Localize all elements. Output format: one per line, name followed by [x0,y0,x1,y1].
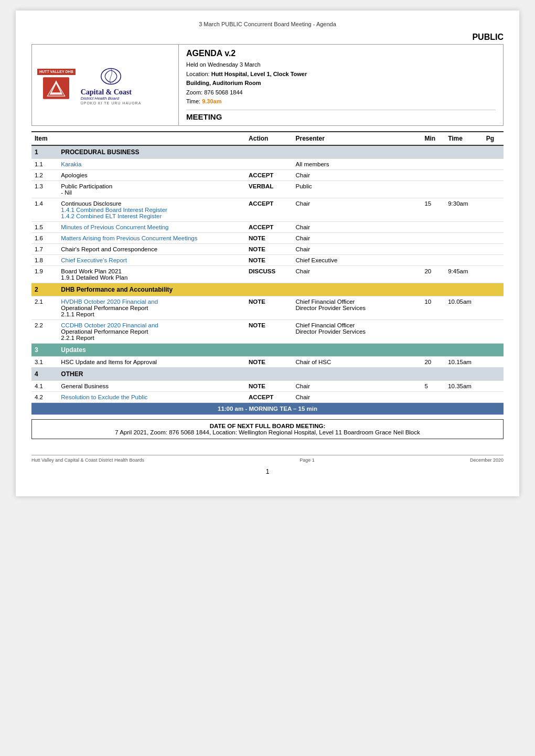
row-time [445,180,483,198]
capital-coast-logo: Capital & Coast District Health Board ŪP… [81,65,142,105]
footer-left: Hutt Valley and Capital & Coast District… [31,457,144,463]
row-min [421,232,445,243]
row-desc: HVDHB October 2020 Financial andOperatio… [58,296,245,320]
table-header-row: Item Action Presenter Min Time Pg [31,132,504,145]
row-time [445,254,483,265]
row-action: NOTE [245,380,292,391]
row-action: NOTE [245,254,292,265]
row-min: 20 [421,265,445,283]
table-row: 1.8 Chief Executive's Report NOTE Chief … [31,254,504,265]
row-desc-link[interactable]: HVDHB October 2020 Financial and [61,299,158,305]
row-desc-link[interactable]: Karakia [61,161,81,167]
col-header-item: Item [31,132,58,145]
row-desc-link[interactable]: CCDHB October 2020 Financial and [61,322,158,328]
row-item: 1.8 [31,254,58,265]
table-row: 2.2 CCDHB October 2020 Financial andOper… [31,320,504,343]
zoom: Zoom: 876 5068 1844 [186,88,496,98]
capital-coast-dhb: District Health Board [81,96,142,101]
section-label: PROCEDURAL BUSINESS [58,145,504,159]
row-time: 10.35am [445,380,483,391]
section-id: 2 [31,283,58,296]
row-presenter: Chair [292,243,421,254]
row-presenter: All members [292,158,421,169]
row-desc-link[interactable]: Resolution to Exclude the Public [61,394,147,400]
row-desc: Matters Arising from Previous Concurrent… [58,232,245,243]
row-action: NOTE [245,356,292,367]
location: Location: Hutt Hospital, Level 1, Clock … [186,70,496,79]
row-presenter: Chief Financial OfficerDirector Provider… [292,320,421,343]
row-action: ACCEPT [245,221,292,232]
row-min: 20 [421,356,445,367]
row-desc: Chief Executive's Report [58,254,245,265]
row-pg [483,320,504,343]
row-presenter: Chair [292,391,421,402]
table-row: 1.5 Minutes of Previous Concurrent Meeti… [31,221,504,232]
row-min [421,180,445,198]
row-action: ACCEPT [245,169,292,180]
col-header-pg: Pg [483,132,504,145]
header-info: AGENDA v.2 Held on Wednesday 3 March Loc… [179,45,503,125]
row-item: 1.5 [31,221,58,232]
location-bold: Hutt Hospital, Level 1, Clock Tower [211,71,307,77]
row-time [445,243,483,254]
row-time [445,320,483,343]
row-item: 1.3 [31,180,58,198]
col-header-presenter: Presenter [292,132,421,145]
row-desc: Board Work Plan 20211.9.1 Detailed Work … [58,265,245,283]
row-item: 2.1 [31,296,58,320]
row-action [245,158,292,169]
cc-logo-icon [99,65,123,88]
row-time: 10.15am [445,356,483,367]
row-presenter: Chair [292,265,421,283]
row-time [445,221,483,232]
row-min [421,320,445,343]
row-desc-link[interactable]: Matters Arising from Previous Concurrent… [61,235,197,241]
public-label: PUBLIC [31,33,504,42]
row-presenter: Public [292,180,421,198]
table-row: 4.2 Resolution to Exclude the Public ACC… [31,391,504,402]
row-time: 10.05am [445,296,483,320]
row-item: 1.7 [31,243,58,254]
section-id: 3 [31,343,58,356]
row-pg [483,198,504,221]
row-item: 2.2 [31,320,58,343]
footer-bar: Hutt Valley and Capital & Coast District… [31,455,504,463]
next-meeting-title: DATE OF NEXT FULL BOARD MEETING: [37,423,498,429]
held-on: Held on Wednesday 3 March [186,60,496,70]
row-desc-link[interactable]: Chief Executive's Report [61,257,127,263]
row-time [445,169,483,180]
table-section-row: 2 DHB Performance and Accountability [31,283,504,296]
section-label: Updates [58,343,504,356]
hutt-logo-icon [40,75,72,101]
capital-coast-name: Capital & Coast [81,88,142,96]
footer-next-meeting: DATE OF NEXT FULL BOARD MEETING: 7 April… [31,419,504,439]
row-pg [483,356,504,367]
capital-coast-maori: ŪPOKO KI TE URU HAUORA [81,101,142,105]
time-value: 9.30am [202,98,221,104]
row-desc: Public Participation- Nil [58,180,245,198]
morning-tea-label: 11:00 am - MORNING TEA – 15 min [31,402,504,414]
row-time [445,232,483,243]
row-desc: Apologies [58,169,245,180]
row-desc: CCDHB October 2020 Financial andOperatio… [58,320,245,343]
next-meeting-details: 7 April 2021, Zoom: 876 5068 1844, Locat… [37,429,498,435]
row-desc: Chair's Report and Correspondence [58,243,245,254]
row-item: 4.2 [31,391,58,402]
section-label: DHB Performance and Accountability [58,283,504,296]
row-action: ACCEPT [245,391,292,402]
row-min [421,254,445,265]
table-row: 4.1 General Business NOTE Chair 5 10.35a… [31,380,504,391]
row-desc: Continuous Disclosure1.4.1 Combined Boar… [58,198,245,221]
section-label: OTHER [58,367,504,380]
row-desc-link[interactable]: Minutes of Previous Concurrent Meeting [61,224,168,230]
table-row: 1.3 Public Participation- Nil VERBAL Pub… [31,180,504,198]
col-header-desc [58,132,245,145]
table-row: 1.7 Chair's Report and Correspondence NO… [31,243,504,254]
table-row: 1.1 Karakia All members [31,158,504,169]
table-row: 1.9 Board Work Plan 20211.9.1 Detailed W… [31,265,504,283]
row-pg [483,158,504,169]
page-number: 1 [31,468,504,475]
meeting-label: MEETING [186,110,496,121]
footer-center: Page 1 [299,457,315,463]
row-time: 9:30am [445,198,483,221]
